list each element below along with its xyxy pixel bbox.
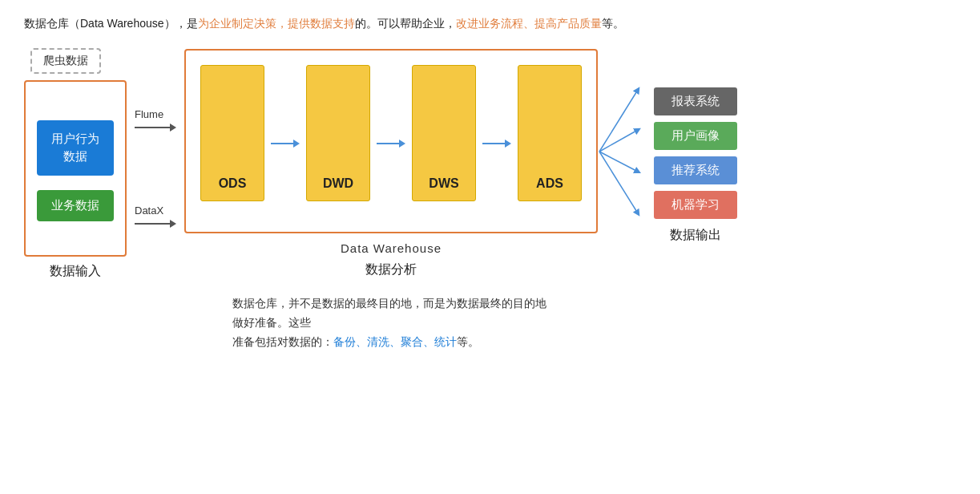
diagram-area: 爬虫数据 用户行为数据 业务数据 数据输入 Flume DataX — [24, 48, 956, 280]
bottom-text: 数据仓库，并不是数据的最终目的地，而是为数据最终的目的地做好准备。这些 准备包括… — [232, 294, 553, 353]
output-section-label: 数据输出 — [670, 227, 721, 244]
bottom-text-line2-before: 准备包括对数据的： — [232, 336, 333, 348]
flume-shaft — [135, 127, 170, 128]
warehouse-title: Data Warehouse — [341, 241, 442, 255]
intro-highlight-green: 改进业务流程、提高产品质量 — [456, 17, 602, 30]
dwd-block: DWD — [306, 65, 370, 201]
warehouse-section: ODS DWD DWS — [184, 49, 598, 278]
output-label-recommend: 推荐系统 — [671, 163, 720, 176]
head-dws-ads — [505, 140, 511, 148]
datax-arrowhead — [170, 220, 176, 228]
crawler-label: 爬虫数据 — [43, 54, 88, 67]
input-section-label: 数据输入 — [50, 263, 101, 280]
output-box-report: 报表系统 — [654, 87, 737, 115]
fan-svg — [598, 59, 654, 244]
output-box-recommend: 推荐系统 — [654, 156, 737, 184]
arrow-dws-ads — [476, 65, 518, 222]
intro-highlight-orange: 为企业制定决策，提供数据支持 — [198, 17, 355, 30]
datax-arrow-group: DataX — [135, 204, 176, 228]
user-data-box: 用户行为数据 — [37, 120, 114, 176]
bottom-text-line1: 数据仓库，并不是数据的最终目的地，而是为数据最终的目的地做好准备。这些 — [232, 298, 546, 329]
output-boxes: 报表系统 用户画像 推荐系统 机器学习 — [654, 87, 737, 219]
output-box-ml: 机器学习 — [654, 191, 737, 219]
dws-col: DWS — [412, 65, 476, 222]
head-ods-dwd — [293, 140, 300, 148]
shaft-ods-dwd — [271, 143, 293, 144]
flume-arrow — [135, 124, 176, 132]
head-dwd-dws — [399, 140, 405, 148]
dws-block: DWS — [412, 65, 476, 201]
svg-line-0 — [599, 90, 638, 152]
flume-label: Flume — [135, 108, 163, 120]
fan-out-area — [598, 59, 654, 244]
output-label-ml: 机器学习 — [671, 197, 720, 211]
ods-block: ODS — [200, 65, 264, 201]
biz-data-box: 业务数据 — [37, 190, 114, 221]
flume-arrow-group: Flume — [135, 108, 176, 132]
bottom-text-highlight: 备份、清洗、聚合、统计 — [333, 336, 457, 348]
datax-label: DataX — [135, 204, 163, 217]
arrow-ods-dwd — [264, 65, 306, 222]
intro-paragraph: 数据仓库（Data Warehouse），是为企业制定决策，提供数据支持的。可以… — [24, 14, 956, 34]
arrow-dws-ads-line — [482, 140, 511, 148]
arrow-dwd-dws — [370, 65, 412, 222]
svg-line-3 — [599, 152, 638, 213]
ads-block: ADS — [518, 65, 582, 201]
svg-line-1 — [599, 130, 638, 152]
dwd-col: DWD — [306, 65, 370, 222]
warehouse-box: ODS DWD DWS — [184, 49, 598, 233]
arrow-dwd-dws-line — [377, 140, 405, 148]
ods-col: ODS — [200, 65, 264, 222]
input-inner-box: 用户行为数据 业务数据 — [24, 80, 127, 257]
biz-data-label: 业务数据 — [51, 198, 99, 212]
datax-arrow — [135, 220, 176, 228]
output-section: 报表系统 用户画像 推荐系统 机器学习 数据输出 — [654, 84, 737, 244]
shaft-dws-ads — [482, 143, 505, 144]
arrow-ods-dwd-line — [271, 140, 300, 148]
output-box-user-portrait: 用户画像 — [654, 122, 737, 150]
output-label-user-portrait: 用户画像 — [671, 128, 720, 142]
crawler-box: 爬虫数据 — [30, 48, 101, 74]
input-arrows: Flume DataX — [127, 87, 184, 248]
shaft-dwd-dws — [377, 143, 399, 144]
bottom-text-line2-after: 等。 — [457, 336, 479, 348]
input-section: 爬虫数据 用户行为数据 业务数据 数据输入 — [24, 48, 127, 280]
datax-shaft — [135, 223, 170, 225]
ads-col: ADS — [518, 65, 582, 222]
flume-arrowhead — [170, 124, 176, 132]
output-label-report: 报表系统 — [671, 94, 720, 107]
warehouse-section-label: 数据分析 — [365, 261, 417, 278]
